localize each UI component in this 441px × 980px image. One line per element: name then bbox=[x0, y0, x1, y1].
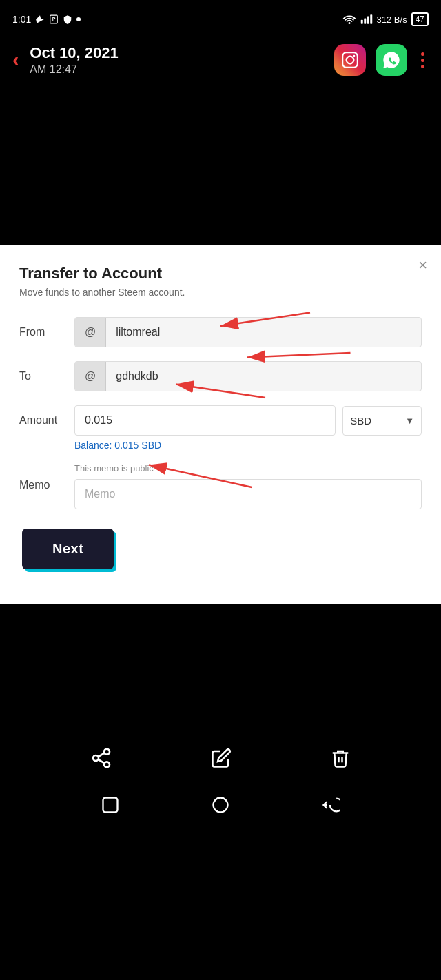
memo-label: Memo bbox=[19, 479, 68, 491]
share-button[interactable] bbox=[90, 747, 112, 769]
memo-row: Memo bbox=[19, 479, 422, 509]
dot-indicator bbox=[76, 17, 81, 21]
to-input[interactable] bbox=[106, 362, 421, 391]
currency-arrow-icon: ▼ bbox=[398, 416, 421, 426]
signal-icon bbox=[360, 14, 373, 24]
edit-button[interactable] bbox=[211, 748, 232, 768]
parking-icon: P bbox=[49, 14, 59, 24]
memo-note: This memo is public bbox=[74, 463, 422, 473]
dialog-subtitle: Move funds to another Steem account. bbox=[19, 287, 422, 298]
svg-rect-4 bbox=[367, 17, 369, 24]
more-menu-button[interactable] bbox=[417, 48, 429, 72]
from-at-symbol: @ bbox=[75, 318, 106, 347]
from-input-wrapper: @ bbox=[74, 317, 422, 347]
android-nav-bar bbox=[0, 783, 441, 836]
date-display: Oct 10, 2021 AM 12:47 bbox=[30, 44, 323, 76]
svg-rect-3 bbox=[364, 19, 366, 24]
data-speed: 312 B/s bbox=[377, 14, 407, 25]
recent-apps-button[interactable] bbox=[101, 795, 120, 819]
amount-input[interactable] bbox=[75, 406, 335, 435]
currency-select-wrapper: SBD STEEM ▼ bbox=[342, 406, 422, 436]
svg-text:P: P bbox=[52, 17, 56, 21]
dot-2 bbox=[421, 59, 424, 62]
from-label: From bbox=[19, 326, 68, 338]
svg-point-15 bbox=[93, 755, 99, 761]
time-display: 1:01 bbox=[12, 14, 31, 25]
currency-select[interactable]: SBD STEEM bbox=[343, 407, 398, 435]
whatsapp-icon[interactable] bbox=[376, 44, 407, 76]
date-time: AM 12:47 bbox=[30, 63, 323, 76]
to-label: To bbox=[19, 370, 68, 382]
status-right: 312 B/s 47 bbox=[342, 12, 429, 26]
svg-line-18 bbox=[99, 753, 105, 757]
svg-line-17 bbox=[99, 759, 105, 763]
amount-label: Amount bbox=[19, 414, 68, 427]
svg-rect-5 bbox=[370, 14, 372, 24]
svg-point-7 bbox=[347, 57, 354, 64]
svg-rect-19 bbox=[103, 798, 118, 813]
from-input[interactable] bbox=[106, 318, 421, 347]
close-button[interactable]: × bbox=[418, 256, 427, 274]
back-button[interactable]: ‹ bbox=[12, 49, 19, 71]
balance-display: Balance: 0.015 SBD bbox=[74, 440, 422, 451]
amount-section: Amount SBD STEEM ▼ Balance: 0.015 SBD bbox=[19, 405, 422, 451]
notification-bar: ‹ Oct 10, 2021 AM 12:47 bbox=[0, 39, 441, 87]
black-middle-space bbox=[0, 604, 441, 728]
black-top-space bbox=[0, 87, 441, 245]
dialog-title: Transfer to Account bbox=[19, 265, 422, 283]
amount-row: Amount SBD STEEM ▼ bbox=[19, 405, 422, 436]
to-input-wrapper: @ bbox=[74, 361, 422, 391]
svg-point-14 bbox=[104, 749, 110, 755]
notif-app-icons bbox=[334, 44, 429, 76]
svg-rect-2 bbox=[360, 20, 362, 24]
back-nav-button[interactable] bbox=[321, 795, 340, 819]
instagram-icon[interactable] bbox=[334, 44, 366, 76]
svg-rect-6 bbox=[342, 52, 358, 68]
from-row: From @ bbox=[19, 317, 422, 347]
dialog-container-wrapper: × Transfer to Account Move funds to anot… bbox=[0, 245, 441, 604]
status-bar: 1:01 P 312 B/s 47 bbox=[0, 0, 441, 39]
dot-3 bbox=[421, 65, 424, 68]
svg-point-20 bbox=[214, 798, 228, 813]
amount-input-wrapper bbox=[74, 405, 336, 436]
next-button[interactable]: Next bbox=[22, 529, 114, 569]
dot-1 bbox=[421, 52, 424, 56]
delete-button[interactable] bbox=[330, 748, 351, 768]
wifi-icon bbox=[342, 14, 356, 24]
home-button[interactable] bbox=[211, 795, 230, 819]
status-left: 1:01 P bbox=[12, 14, 81, 25]
shield-icon bbox=[63, 14, 72, 24]
to-at-symbol: @ bbox=[75, 362, 106, 391]
svg-point-8 bbox=[353, 55, 356, 57]
battery-indicator: 47 bbox=[411, 12, 429, 26]
transfer-dialog: × Transfer to Account Move funds to anot… bbox=[0, 245, 441, 604]
navigation-icon bbox=[35, 14, 45, 24]
to-row: To @ bbox=[19, 361, 422, 391]
date-main: Oct 10, 2021 bbox=[30, 44, 323, 62]
memo-input[interactable] bbox=[74, 479, 422, 509]
svg-point-16 bbox=[104, 762, 110, 767]
bottom-toolbar bbox=[0, 728, 441, 783]
